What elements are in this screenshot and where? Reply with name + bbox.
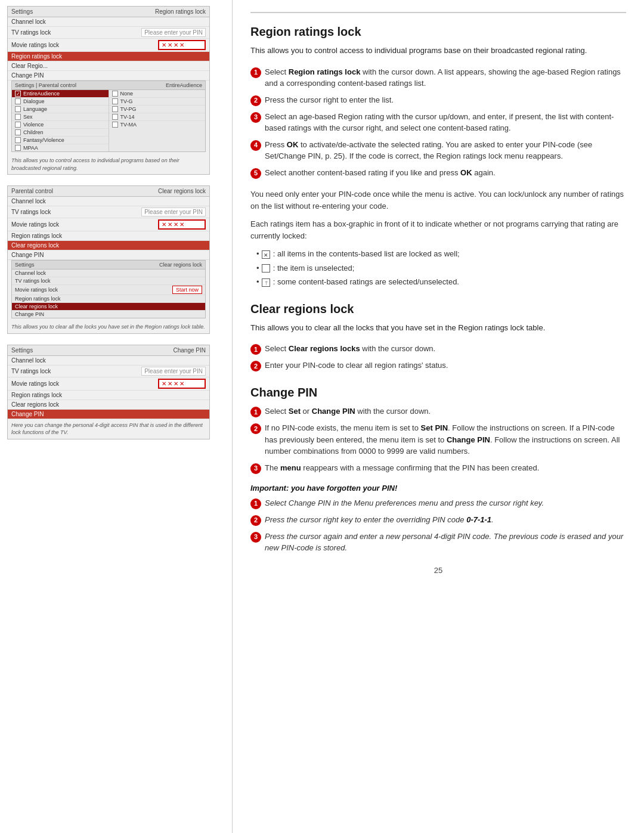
section1-bullet2: : the item is unselected; (256, 262, 626, 274)
section3-title: Change PIN (250, 386, 626, 400)
panel1-nested-row-tvma[interactable]: TV-MA (109, 121, 206, 128)
panel3-movie-label: Movie ratings lock (11, 380, 158, 387)
section3-step3: 3 The menu reappears with a message conf… (250, 462, 626, 474)
important-step2-text: Press the cursor right key to enter the … (265, 514, 626, 526)
bullet3-icon: ⍑ (262, 278, 270, 287)
top-divider (250, 12, 626, 13)
panel1-nested-row-mpaa[interactable]: MPAA (12, 144, 109, 151)
right-column: Region ratings lock This allows you to c… (233, 0, 644, 833)
left-column: Settings Region ratings lock Channel loc… (0, 0, 233, 833)
panel2-channel-label: Channel lock (11, 198, 206, 205)
panel1-row-movie[interactable]: Movie ratings lock ✕✕✕✕ (8, 39, 209, 52)
panel1-nested-row-tv14[interactable]: TV-14 (109, 113, 206, 121)
important-step2: 2 Press the cursor right key to enter th… (250, 514, 626, 526)
panel3-header-left: Settings (11, 347, 33, 354)
panel1-pin-stars: ✕✕✕✕ (158, 40, 206, 50)
section2-intro: This allows you to clear all the locks t… (250, 322, 626, 334)
panel2-pin-input: Please enter your PIN (141, 208, 206, 216)
panel1-nested-header: Settings | Parental control EntireAudien… (12, 81, 205, 90)
panel1-check-violence (15, 122, 21, 128)
panel2-nested-row-clear[interactable]: Clear regions lock (12, 303, 205, 311)
panel1-body: Channel lock TV ratings lock Please ente… (8, 17, 209, 174)
panel2-nested-row-region[interactable]: Region ratings lock (12, 295, 205, 303)
panel3-row-clear[interactable]: Clear regions lock (8, 400, 209, 410)
important-step1-num: 1 (250, 498, 261, 509)
panel1-nested-row-entireaudience[interactable]: ✓ EntireAudience (12, 90, 109, 98)
panel2-nested-header-right: Clear regions lock (159, 262, 202, 268)
section2-steps: 1 Select Clear regions locks with the cu… (250, 343, 626, 371)
panel3-pin-stars: ✕✕✕✕ (158, 379, 206, 389)
panel1-nested-col1: ✓ EntireAudience Dialogue Language (12, 90, 109, 151)
panel1-movie-label: Movie ratings lock (11, 42, 158, 48)
panel2-row-region[interactable]: Region ratings lock (8, 231, 209, 241)
panel-change-pin: Settings Change PIN Channel lock TV rati… (7, 345, 210, 439)
section3-step2-text: If no PIN-code exists, the menu item is … (265, 422, 626, 457)
panel2-nested-row-movie[interactable]: Movie ratings lock Start now (12, 285, 205, 295)
panel2-nested-row-changepin[interactable]: Change PIN (12, 311, 205, 318)
panel1-nested-row-tvg[interactable]: TV-G (109, 98, 206, 106)
section3-step1-num: 1 (250, 407, 261, 417)
panel1-row-channel[interactable]: Channel lock (8, 17, 209, 27)
panel1-check-children (15, 129, 21, 135)
panel2-row-movie[interactable]: Movie ratings lock ✕✕✕✕ (8, 218, 209, 231)
panel1-nested-row-violence[interactable]: Violence (12, 121, 109, 129)
panel1-check-tvma (112, 122, 118, 128)
section2-step2: 2 Enter your PIN-code to clear all regio… (250, 360, 626, 371)
section3-step1: 1 Select Set or Change PIN with the curs… (250, 405, 626, 417)
panel1-nested-row-language[interactable]: Language (12, 106, 109, 113)
panel2-nested-row-tv[interactable]: TV ratings lock (12, 277, 205, 285)
section1-step3: 3 Select an age-based Region rating with… (250, 111, 626, 134)
panel1-row-region[interactable]: Region ratings lock (8, 52, 209, 61)
panel1-nested-row-tvpg[interactable]: TV-PG (109, 106, 206, 113)
section1-step4: 4 Press OK to activate/de-activate the s… (250, 139, 626, 162)
step3-num: 3 (250, 112, 261, 123)
panel2-tv-label: TV ratings lock (11, 209, 141, 215)
panel1-region-label: Region ratings lock (11, 53, 206, 60)
panel2-body: Channel lock TV ratings lock Please ente… (8, 197, 209, 333)
panel2-start-now[interactable]: Start now (172, 286, 202, 294)
section1-bullet3: ⍑ : some content-based ratings are selec… (256, 276, 626, 288)
panel3-row-region[interactable]: Region ratings lock (8, 391, 209, 400)
panel1-nested-col2: None TV-G TV-PG TV-14 (109, 90, 206, 151)
panel1-check-entireaudience: ✓ (15, 91, 21, 97)
section2-title: Clear regions lock (250, 302, 626, 316)
panel1-row-changepin[interactable]: Change PIN (8, 71, 209, 80)
panel1-check-none (112, 91, 118, 97)
panel1-nested-row-dialogue[interactable]: Dialogue (12, 98, 109, 106)
panel1-nested-row-children[interactable]: Children (12, 129, 109, 137)
section3-step3-text: The menu reappears with a message confir… (265, 462, 626, 474)
important-step3: 3 Press the cursor again and enter a new… (250, 531, 626, 554)
panel2-region-label: Region ratings lock (11, 233, 206, 239)
panel1-row-clear[interactable]: Clear Regio... (8, 61, 209, 71)
step5-num: 5 (250, 168, 261, 179)
panel1-nested-header-left: Settings | Parental control (15, 82, 76, 88)
panel1-nested-row-fantasy[interactable]: Fantasy/Violence (12, 137, 109, 144)
important-step2-num: 2 (250, 515, 261, 526)
panel2-row-changepin[interactable]: Change PIN (8, 250, 209, 260)
panel3-tv-label: TV ratings lock (11, 368, 141, 374)
panel1-check-fantasy (15, 137, 21, 143)
panel3-header: Settings Change PIN (8, 345, 209, 356)
panel3-row-channel[interactable]: Channel lock (8, 356, 209, 366)
panel2-changepin-label: Change PIN (11, 252, 206, 258)
panel1-header-right: Region ratings lock (155, 8, 206, 15)
section2-step1: 1 Select Clear regions locks with the cu… (250, 343, 626, 355)
panel2-row-clear[interactable]: Clear regions lock (8, 241, 209, 250)
panel2-row-channel[interactable]: Channel lock (8, 197, 209, 206)
panel1-pin-input: Please enter your PIN (141, 28, 206, 37)
panel2-header: Parental control Clear regions lock (8, 186, 209, 197)
panel3-row-changepin[interactable]: Change PIN (8, 410, 209, 419)
panel-region-ratings: Settings Region ratings lock Channel loc… (7, 6, 210, 175)
bullet1-icon: ✕ (262, 250, 270, 259)
panel1-nested-row-sex[interactable]: Sex (12, 113, 109, 121)
panel3-changepin-label: Change PIN (11, 411, 206, 417)
panel2-nested-row-channel[interactable]: Channel lock (12, 270, 205, 277)
panel3-row-movie[interactable]: Movie ratings lock ✕✕✕✕ (8, 377, 209, 391)
panel3-channel-label: Channel lock (11, 357, 206, 364)
panel1-check-sex (15, 114, 21, 120)
panel1-nested-row-none[interactable]: None (109, 90, 206, 98)
section3-step1-text: Select Set or Change PIN with the cursor… (265, 405, 626, 417)
panel2-pin-stars: ✕✕✕✕ (158, 219, 206, 230)
panel1-check-language (15, 106, 21, 112)
section1-bullets: ✕ : all items in the contents-based list… (256, 248, 626, 288)
